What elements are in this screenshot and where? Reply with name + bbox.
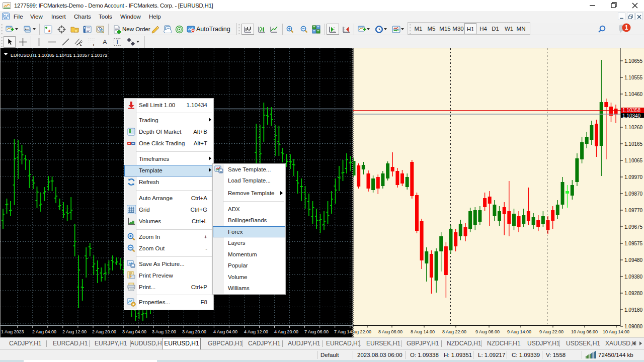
svg-text:8 Aug 22:00: 8 Aug 22:00 xyxy=(442,329,466,334)
svg-text:VA: VA xyxy=(4,17,8,20)
svg-text:4 Aug 04:00: 4 Aug 04:00 xyxy=(213,329,237,334)
svg-text:2 Aug 04:00: 2 Aug 04:00 xyxy=(32,329,56,334)
svg-text:1.10065: 1.10065 xyxy=(624,158,643,163)
svg-text:10 Aug 06:00: 10 Aug 06:00 xyxy=(571,329,598,334)
svg-text:1.09575: 1.09575 xyxy=(624,241,643,246)
svg-text:1.10260: 1.10260 xyxy=(624,125,643,130)
svg-text:A: A xyxy=(103,38,107,46)
svg-text:8 Aug 06:00: 8 Aug 06:00 xyxy=(378,329,403,334)
svg-text:10 Aug 14:00: 10 Aug 14:00 xyxy=(603,329,629,334)
svg-text:2 Aug 20:00: 2 Aug 20:00 xyxy=(92,329,116,334)
svg-text:1.09770: 1.09770 xyxy=(624,208,643,213)
svg-text:1.09080: 1.09080 xyxy=(624,324,643,329)
svg-text:EURUSD,H1 1.10385 1.10431 1.1: EURUSD,H1 1.10385 1.10431 1.10357 1.1037… xyxy=(11,53,107,58)
svg-text:1.10165: 1.10165 xyxy=(624,141,643,147)
svg-text:7 Aug 14:0: 7 Aug 14:0 xyxy=(334,329,353,334)
svg-text:1.09480: 1.09480 xyxy=(624,257,643,263)
svg-text:1.09380: 1.09380 xyxy=(624,274,643,280)
svg-text:3 Aug 20:00: 3 Aug 20:00 xyxy=(182,329,206,334)
svg-text:3 Aug 12:00: 3 Aug 12:00 xyxy=(152,329,176,334)
svg-text:1.09970: 1.09970 xyxy=(624,174,643,180)
svg-text:2 Aug 12:00: 2 Aug 12:00 xyxy=(62,329,87,334)
svg-text:1.10340: 1.10340 xyxy=(622,113,641,119)
svg-text:1.09675: 1.09675 xyxy=(624,224,643,230)
svg-text:ug 22:00: ug 22:00 xyxy=(354,329,371,334)
svg-text:9 Aug 06:00: 9 Aug 06:00 xyxy=(475,329,500,334)
svg-text:4 Aug 12:00: 4 Aug 12:00 xyxy=(244,329,268,334)
svg-text:1.10358: 1.10358 xyxy=(622,108,641,113)
svg-text:9 Aug 22:00: 9 Aug 22:00 xyxy=(539,329,564,334)
svg-text:8 Aug 14:00: 8 Aug 14:00 xyxy=(411,329,435,334)
svg-text:1.09870: 1.09870 xyxy=(624,191,643,197)
svg-text:T: T xyxy=(115,39,119,46)
svg-text:1.09180: 1.09180 xyxy=(624,307,643,313)
svg-text:7 Aug 06:00: 7 Aug 06:00 xyxy=(304,329,329,334)
svg-text:F: F xyxy=(93,43,95,47)
svg-text:4 Aug 20:00: 4 Aug 20:00 xyxy=(274,329,298,334)
svg-text:E: E xyxy=(80,43,82,46)
svg-text:1.10555: 1.10555 xyxy=(624,75,643,80)
svg-text:1 Aug 2023: 1 Aug 2023 xyxy=(1,329,24,334)
svg-text:1: 1 xyxy=(625,24,628,31)
svg-text:9 Aug 14:00: 9 Aug 14:00 xyxy=(507,329,531,334)
svg-text:1.09280: 1.09280 xyxy=(624,291,643,296)
svg-text:1.10460: 1.10460 xyxy=(624,92,643,97)
svg-text:1.10655: 1.10655 xyxy=(624,58,643,64)
svg-text:3 Aug 04:00: 3 Aug 04:00 xyxy=(122,329,146,334)
